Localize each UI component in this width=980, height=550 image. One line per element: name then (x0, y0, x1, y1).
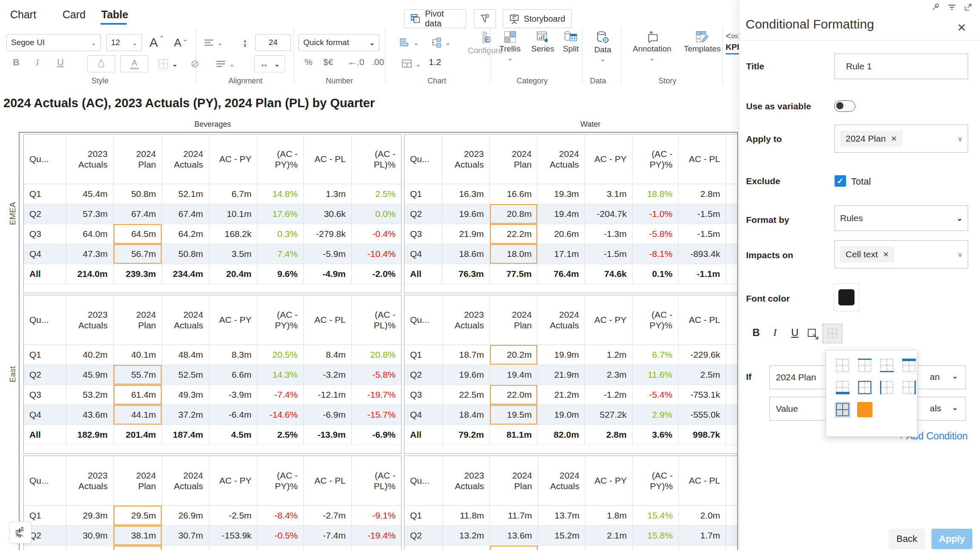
value-cell[interactable]: 2.8m (678, 184, 726, 204)
value-cell[interactable]: 10.1m (209, 204, 257, 224)
layout-grid-select[interactable]: ⌄ (399, 55, 424, 72)
pivot-data-button[interactable]: Pivot data (404, 9, 466, 28)
value-cell[interactable]: 8.4m (303, 345, 351, 365)
value-cell[interactable]: 17.1m (537, 244, 584, 264)
value-cell[interactable] (351, 545, 401, 550)
value-cell[interactable]: 48.4m (162, 345, 209, 365)
value-cell[interactable]: 40.1m (113, 345, 162, 365)
value-cell[interactable]: 4.5m (209, 425, 257, 445)
value-cell[interactable] (304, 545, 352, 550)
templates-button[interactable]: Templates (680, 31, 724, 54)
value-cell[interactable]: 16.6m (490, 184, 537, 204)
font-family-select[interactable]: Segoe UI ⌄ (6, 34, 101, 51)
value-cell[interactable]: 76.3m (442, 264, 490, 284)
value-cell[interactable]: -12.1m (303, 385, 351, 405)
value-cell[interactable]: 6.6m (209, 365, 257, 385)
quarter-cell[interactable]: Q3 (405, 224, 442, 244)
value-cell[interactable]: -753.1k (678, 385, 726, 405)
value-cell[interactable]: -5.8% (632, 224, 678, 244)
value-cell[interactable]: 13.2m (442, 525, 490, 545)
zebra-logo-button[interactable] (9, 522, 31, 544)
value-cell[interactable]: 40.2m (66, 345, 114, 365)
horizontal-align-select[interactable]: ⌄ (213, 55, 238, 72)
value-cell[interactable]: -153.9k (209, 525, 257, 545)
rule-title-input[interactable] (835, 54, 968, 79)
value-cell[interactable]: -15.7% (351, 405, 401, 425)
border-option-top-thick-icon[interactable] (901, 357, 917, 373)
font-color-picker[interactable] (834, 283, 859, 311)
value-cell[interactable]: -555.0k (678, 405, 726, 425)
impacts-on-select[interactable]: Cell text ✕ ∨ (835, 240, 968, 268)
value-cell[interactable] (538, 545, 585, 550)
quarter-cell[interactable]: Q1 (24, 345, 66, 365)
quarter-cell[interactable]: Q4 (405, 405, 442, 425)
value-cell[interactable]: 21.9m (442, 224, 490, 244)
value-cell[interactable]: -2.7m (304, 505, 352, 525)
filter-button[interactable] (474, 9, 496, 28)
value-cell[interactable]: 38.1m (114, 525, 162, 545)
value-cell[interactable]: 11.7m (490, 505, 538, 525)
value-cell[interactable]: 56.7m (113, 244, 162, 264)
value-cell[interactable]: -1.0% (632, 204, 678, 224)
quarter-cell[interactable]: Q3 (24, 224, 66, 244)
value-cell[interactable]: 82.0m (538, 425, 585, 445)
value-cell[interactable]: 2.3m (585, 365, 632, 385)
value-cell[interactable]: -2.0% (351, 264, 401, 284)
quarter-cell[interactable]: All (24, 264, 66, 284)
exclude-total-checkbox[interactable]: ✓ (835, 175, 846, 187)
value-cell[interactable]: 22.0m (490, 385, 538, 405)
value-cell[interactable]: 14.8% (257, 184, 304, 204)
value-cell[interactable]: 187.4m (162, 425, 209, 445)
value-cell[interactable]: -1.5m (585, 244, 632, 264)
value-cell[interactable]: 44.1m (113, 405, 162, 425)
increase-font-button[interactable]: A⌃ (147, 34, 167, 51)
value-cell[interactable]: -5.9m (303, 244, 351, 264)
value-cell[interactable]: 20.8% (351, 345, 401, 365)
value-cell[interactable]: 7.4% (257, 244, 304, 264)
quarter-cell[interactable]: Q2 (24, 204, 66, 224)
value-cell[interactable]: 6.7m (209, 184, 257, 204)
value-cell[interactable]: 214.0m (66, 264, 114, 284)
quarter-cell[interactable]: Q2 (405, 204, 442, 224)
value-cell[interactable]: 50.8m (113, 184, 162, 204)
value-cell[interactable]: 239.3m (113, 264, 162, 284)
value-cell[interactable]: 998.7k (678, 425, 726, 445)
value-cell[interactable]: 0.0% (351, 204, 401, 224)
value-cell[interactable]: -1.1m (678, 264, 726, 284)
value-cell[interactable]: 527.2k (585, 405, 632, 425)
value-cell[interactable]: -204.7k (585, 204, 632, 224)
value-cell[interactable]: -1.5m (678, 224, 726, 244)
value-cell[interactable]: -0.4% (351, 224, 401, 244)
value-cell[interactable]: 19.0m (538, 405, 585, 425)
value-cell[interactable]: 168.2k (209, 224, 257, 244)
currency-format-button[interactable]: $€ (323, 57, 333, 67)
italic-button[interactable]: I (36, 57, 39, 68)
quarter-cell[interactable]: Q4 (24, 244, 66, 264)
value-cell[interactable]: -2.5m (209, 505, 257, 525)
storyboard-button[interactable]: Storyboard (503, 9, 572, 28)
value-cell[interactable]: 19.5m (490, 405, 538, 425)
chart-align-select[interactable]: ⌄ (397, 34, 422, 51)
value-cell[interactable]: 67.4m (162, 204, 209, 224)
value-cell[interactable]: -0.5% (257, 525, 304, 545)
apply-to-select[interactable]: 2024 Plan ✕ ∨ (835, 125, 968, 153)
value-cell[interactable] (66, 545, 114, 550)
value-cell[interactable]: -6.9% (351, 425, 401, 445)
value-cell[interactable]: -1.5m (678, 204, 726, 224)
filter-lines-icon[interactable] (948, 3, 956, 11)
value-cell[interactable]: 20.8m (490, 204, 537, 224)
value-cell[interactable]: 13.6m (490, 525, 538, 545)
value-cell[interactable]: 2.5% (351, 184, 401, 204)
value-cell[interactable]: -7.4% (257, 385, 304, 405)
value-cell[interactable]: 57.3m (66, 204, 114, 224)
value-cell[interactable]: -893.4k (678, 244, 726, 264)
quarter-cell[interactable]: Q4 (405, 244, 442, 264)
value-cell[interactable]: -5.4% (632, 385, 678, 405)
value-cell[interactable]: -3.2m (303, 365, 351, 385)
value-cell[interactable]: 3.6% (632, 425, 678, 445)
value-cell[interactable]: 21.9m (538, 365, 585, 385)
format-by-select[interactable]: Rules ⌄ (835, 205, 968, 231)
border-option-right-icon[interactable] (901, 379, 917, 396)
series-button[interactable]: Series (529, 31, 557, 54)
value-cell[interactable]: -1.3m (585, 224, 632, 244)
